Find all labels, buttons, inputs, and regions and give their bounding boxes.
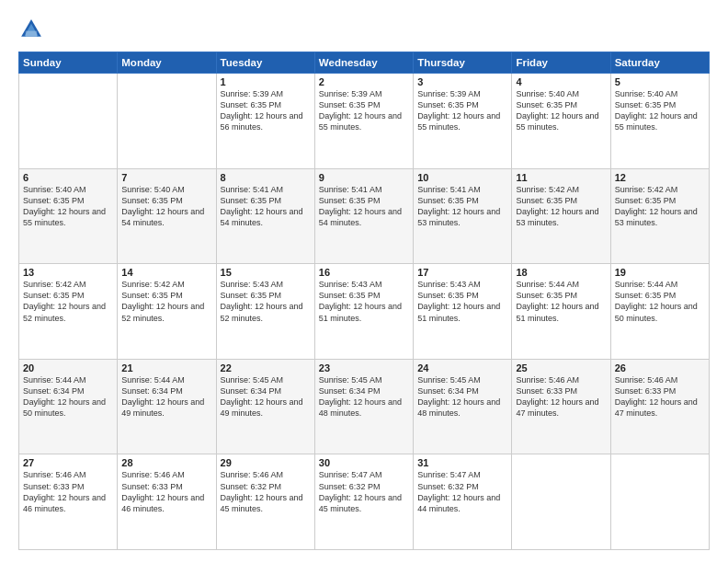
cell-info: Sunrise: 5:41 AMSunset: 6:35 PMDaylight:… xyxy=(417,184,507,229)
day-number: 2 xyxy=(319,76,409,87)
weekday-header-saturday: Saturday xyxy=(610,52,709,74)
week-row-4: 20Sunrise: 5:44 AMSunset: 6:34 PMDayligh… xyxy=(19,359,710,454)
weekday-header-tuesday: Tuesday xyxy=(216,52,314,74)
day-number: 3 xyxy=(417,76,507,87)
calendar-cell xyxy=(610,454,709,550)
day-number: 27 xyxy=(23,457,113,468)
cell-info: Sunrise: 5:41 AMSunset: 6:35 PMDaylight:… xyxy=(319,184,409,229)
day-number: 7 xyxy=(121,172,211,183)
calendar-cell: 23Sunrise: 5:45 AMSunset: 6:34 PMDayligh… xyxy=(314,359,413,454)
cell-info: Sunrise: 5:42 AMSunset: 6:35 PMDaylight:… xyxy=(516,184,606,229)
calendar-cell: 3Sunrise: 5:39 AMSunset: 6:35 PMDaylight… xyxy=(414,74,512,169)
day-number: 28 xyxy=(121,457,211,468)
day-number: 22 xyxy=(221,362,311,373)
cell-info: Sunrise: 5:46 AMSunset: 6:33 PMDaylight:… xyxy=(615,374,705,419)
calendar-cell: 6Sunrise: 5:40 AMSunset: 6:35 PMDaylight… xyxy=(19,168,118,264)
calendar-cell: 31Sunrise: 5:47 AMSunset: 6:32 PMDayligh… xyxy=(414,454,512,550)
cell-info: Sunrise: 5:40 AMSunset: 6:35 PMDaylight:… xyxy=(615,88,705,133)
calendar-table: SundayMondayTuesdayWednesdayThursdayFrid… xyxy=(18,52,710,550)
day-number: 20 xyxy=(23,362,113,373)
week-row-3: 13Sunrise: 5:42 AMSunset: 6:35 PMDayligh… xyxy=(19,264,710,360)
cell-info: Sunrise: 5:42 AMSunset: 6:35 PMDaylight:… xyxy=(121,279,211,324)
calendar-cell: 8Sunrise: 5:41 AMSunset: 6:35 PMDaylight… xyxy=(216,168,314,264)
calendar-cell: 17Sunrise: 5:43 AMSunset: 6:35 PMDayligh… xyxy=(414,264,512,360)
logo xyxy=(18,17,48,42)
calendar-cell: 13Sunrise: 5:42 AMSunset: 6:35 PMDayligh… xyxy=(19,264,118,360)
cell-info: Sunrise: 5:46 AMSunset: 6:33 PMDaylight:… xyxy=(121,469,211,514)
day-number: 4 xyxy=(516,76,606,87)
weekday-header-friday: Friday xyxy=(512,52,610,74)
day-number: 11 xyxy=(516,172,606,183)
day-number: 9 xyxy=(319,172,409,183)
calendar-cell: 1Sunrise: 5:39 AMSunset: 6:35 PMDaylight… xyxy=(216,74,314,169)
day-number: 1 xyxy=(221,76,311,87)
cell-info: Sunrise: 5:44 AMSunset: 6:34 PMDaylight:… xyxy=(121,374,211,419)
cell-info: Sunrise: 5:44 AMSunset: 6:35 PMDaylight:… xyxy=(516,279,606,324)
cell-info: Sunrise: 5:46 AMSunset: 6:33 PMDaylight:… xyxy=(23,469,113,514)
cell-info: Sunrise: 5:46 AMSunset: 6:33 PMDaylight:… xyxy=(516,374,606,419)
day-number: 25 xyxy=(516,362,606,373)
day-number: 29 xyxy=(221,457,311,468)
calendar-cell: 10Sunrise: 5:41 AMSunset: 6:35 PMDayligh… xyxy=(414,168,512,264)
cell-info: Sunrise: 5:46 AMSunset: 6:32 PMDaylight:… xyxy=(221,469,311,514)
day-number: 14 xyxy=(121,267,211,278)
calendar-cell: 4Sunrise: 5:40 AMSunset: 6:35 PMDaylight… xyxy=(512,74,610,169)
svg-rect-2 xyxy=(26,31,37,37)
calendar-cell: 9Sunrise: 5:41 AMSunset: 6:35 PMDaylight… xyxy=(314,168,413,264)
calendar-cell: 16Sunrise: 5:43 AMSunset: 6:35 PMDayligh… xyxy=(314,264,413,360)
weekday-header-monday: Monday xyxy=(118,52,216,74)
weekday-header-thursday: Thursday xyxy=(414,52,512,74)
calendar-cell: 28Sunrise: 5:46 AMSunset: 6:33 PMDayligh… xyxy=(118,454,216,550)
cell-info: Sunrise: 5:40 AMSunset: 6:35 PMDaylight:… xyxy=(516,88,606,133)
day-number: 31 xyxy=(417,457,507,468)
cell-info: Sunrise: 5:39 AMSunset: 6:35 PMDaylight:… xyxy=(417,88,507,133)
day-number: 16 xyxy=(319,267,409,278)
weekday-header-wednesday: Wednesday xyxy=(314,52,413,74)
day-number: 17 xyxy=(417,267,507,278)
weekday-header-row: SundayMondayTuesdayWednesdayThursdayFrid… xyxy=(19,52,710,74)
weekday-header-sunday: Sunday xyxy=(19,52,118,74)
cell-info: Sunrise: 5:47 AMSunset: 6:32 PMDaylight:… xyxy=(319,469,409,514)
cell-info: Sunrise: 5:45 AMSunset: 6:34 PMDaylight:… xyxy=(221,374,311,419)
calendar-cell: 30Sunrise: 5:47 AMSunset: 6:32 PMDayligh… xyxy=(314,454,413,550)
week-row-1: 1Sunrise: 5:39 AMSunset: 6:35 PMDaylight… xyxy=(19,74,710,169)
cell-info: Sunrise: 5:44 AMSunset: 6:34 PMDaylight:… xyxy=(23,374,113,419)
day-number: 8 xyxy=(221,172,311,183)
day-number: 24 xyxy=(417,362,507,373)
calendar-cell: 27Sunrise: 5:46 AMSunset: 6:33 PMDayligh… xyxy=(19,454,118,550)
day-number: 10 xyxy=(417,172,507,183)
calendar-cell: 25Sunrise: 5:46 AMSunset: 6:33 PMDayligh… xyxy=(512,359,610,454)
calendar-cell: 2Sunrise: 5:39 AMSunset: 6:35 PMDaylight… xyxy=(314,74,413,169)
day-number: 26 xyxy=(615,362,705,373)
cell-info: Sunrise: 5:40 AMSunset: 6:35 PMDaylight:… xyxy=(121,184,211,229)
cell-info: Sunrise: 5:45 AMSunset: 6:34 PMDaylight:… xyxy=(319,374,409,419)
calendar-cell xyxy=(19,74,118,169)
day-number: 18 xyxy=(516,267,606,278)
calendar-cell: 21Sunrise: 5:44 AMSunset: 6:34 PMDayligh… xyxy=(118,359,216,454)
calendar-cell: 14Sunrise: 5:42 AMSunset: 6:35 PMDayligh… xyxy=(118,264,216,360)
day-number: 21 xyxy=(121,362,211,373)
cell-info: Sunrise: 5:44 AMSunset: 6:35 PMDaylight:… xyxy=(615,279,705,324)
cell-info: Sunrise: 5:39 AMSunset: 6:35 PMDaylight:… xyxy=(319,88,409,133)
cell-info: Sunrise: 5:40 AMSunset: 6:35 PMDaylight:… xyxy=(23,184,113,229)
calendar-cell: 11Sunrise: 5:42 AMSunset: 6:35 PMDayligh… xyxy=(512,168,610,264)
calendar-cell: 22Sunrise: 5:45 AMSunset: 6:34 PMDayligh… xyxy=(216,359,314,454)
week-row-2: 6Sunrise: 5:40 AMSunset: 6:35 PMDaylight… xyxy=(19,168,710,264)
day-number: 13 xyxy=(23,267,113,278)
header xyxy=(18,17,710,42)
calendar-cell: 5Sunrise: 5:40 AMSunset: 6:35 PMDaylight… xyxy=(610,74,709,169)
calendar-cell: 29Sunrise: 5:46 AMSunset: 6:32 PMDayligh… xyxy=(216,454,314,550)
calendar-cell: 15Sunrise: 5:43 AMSunset: 6:35 PMDayligh… xyxy=(216,264,314,360)
cell-info: Sunrise: 5:42 AMSunset: 6:35 PMDaylight:… xyxy=(23,279,113,324)
day-number: 19 xyxy=(615,267,705,278)
day-number: 5 xyxy=(615,76,705,87)
page: SundayMondayTuesdayWednesdayThursdayFrid… xyxy=(0,0,728,563)
calendar-cell: 19Sunrise: 5:44 AMSunset: 6:35 PMDayligh… xyxy=(610,264,709,360)
calendar-cell: 18Sunrise: 5:44 AMSunset: 6:35 PMDayligh… xyxy=(512,264,610,360)
calendar-cell xyxy=(118,74,216,169)
cell-info: Sunrise: 5:43 AMSunset: 6:35 PMDaylight:… xyxy=(319,279,409,324)
logo-icon xyxy=(18,17,44,42)
cell-info: Sunrise: 5:47 AMSunset: 6:32 PMDaylight:… xyxy=(417,469,507,514)
cell-info: Sunrise: 5:45 AMSunset: 6:34 PMDaylight:… xyxy=(417,374,507,419)
day-number: 6 xyxy=(23,172,113,183)
